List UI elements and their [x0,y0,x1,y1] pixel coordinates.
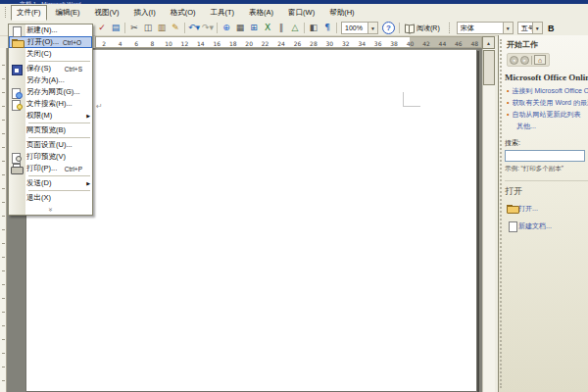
ruler-number: 26 [289,40,305,47]
tables-and-borders-icon[interactable]: ▦ [233,22,247,34]
file-menu-item[interactable]: 页面设置(U)... ▶ [9,139,92,151]
insert-excel-worksheet-icon[interactable]: X [261,22,274,34]
file-menu-item[interactable]: 文件搜索(H)... ▶ [9,98,92,110]
font-size-value: 五号 [518,24,532,33]
task-pane-title: 开始工作 [507,39,588,50]
search-input[interactable] [505,150,585,162]
read-mode-button[interactable]: 阅读(R) [402,22,443,34]
file-menu-item[interactable]: 网页预览(B) ▶ [9,124,92,136]
vertical-scrollbar[interactable] [482,49,495,392]
research-icon[interactable]: ▤ [109,22,122,34]
task-pane-link[interactable]: 连接到 Microsoft Office Online [512,87,588,95]
font-size-combo[interactable]: 五号 ▼ [517,22,543,34]
file-menu-item[interactable]: 保存(S) Ctrl+S ▶ [9,63,92,74]
new-document-link-row[interactable]: 新建文档... [505,220,588,231]
file-menu-item[interactable]: 新建(N)... ▶ [9,24,92,36]
home-icon[interactable]: ⌂ [534,55,546,65]
format-painter-icon[interactable]: ✎ [169,22,182,34]
bullet-icon: • [507,87,509,95]
ruler-number: 48 [466,40,482,47]
ruler-numbers: 2468101214161820222426283032343638404244… [96,37,482,48]
menu-item-shortcut: Ctrl+S [65,66,82,73]
file-menu-item[interactable]: 权限(M) ▶ [9,110,92,122]
getting-started-task-pane: 开始工作 ◄ ► ⌂ Microsoft Office Online • 连接到… [498,35,588,392]
file-menu-item[interactable]: 发送(D) ▶ [9,177,92,189]
scrollbar-thumb[interactable] [483,50,495,85]
menubar-grip[interactable] [5,7,8,18]
ruler-number: 20 [241,40,257,47]
insert-hyperlink-icon[interactable]: ⊕ [220,22,233,34]
more-link[interactable]: 其他... [516,122,588,130]
chevron-down-icon[interactable]: ▼ [503,23,513,33]
menubar-item[interactable]: 文件(F) [11,5,47,21]
back-icon[interactable]: ◄ [510,56,518,65]
menu-icon-slot [9,140,24,151]
ruler-number: 44 [434,40,450,47]
zoom-combo[interactable]: 100% ▼ [341,22,378,34]
menu-item-label: 打印预览(V) [26,152,66,162]
menubar-item[interactable]: 格式(O) [165,5,202,21]
ruler-number: 12 [176,40,192,47]
menu-item-label: 新建(N)... [26,25,58,35]
show-hide-marks-icon[interactable]: ¶ [320,22,334,34]
document-map-icon[interactable]: ◧ [307,22,320,34]
ruler-number: 4 [112,40,127,47]
file-menu-item[interactable]: 打印(P)... Ctrl+P ▶ [9,163,92,174]
menu-expand-chevron[interactable]: » [9,204,92,214]
help-icon[interactable]: ? [382,22,395,34]
menu-icon-slot [9,75,24,86]
menu-item-shortcut: Ctrl+P [65,166,82,172]
menu-item-shortcut: Ctrl+O [63,39,81,46]
columns-icon[interactable]: ‖ [274,22,288,34]
menubar-item[interactable]: 视图(V) [89,5,125,21]
open-folder-icon [10,37,24,48]
cut-icon[interactable]: ✂ [127,22,141,34]
font-name-combo[interactable]: 宋体 ▼ [457,22,514,34]
bold-button[interactable]: B [545,22,558,34]
task-pane-link[interactable]: 自动从网站更新此列表 [512,111,580,119]
file-menu-item[interactable]: 打印预览(V) ▶ [9,151,92,163]
chevron-down-icon[interactable]: ▼ [368,23,377,33]
new-document-link[interactable]: 新建文档... [518,221,552,231]
redo-icon[interactable]: ↷▾ [201,22,215,34]
open-link[interactable]: 打开... [518,204,538,214]
menubar-item[interactable]: 编辑(E) [50,5,86,21]
ruler-number: 18 [225,40,241,47]
file-menu-item[interactable]: 退出(X) ▶ [9,192,92,204]
open-link-row[interactable]: 打开... [505,203,588,214]
toolbar-separator[interactable] [334,22,339,34]
chevron-down-icon[interactable]: ▼ [532,23,542,33]
file-menu-item[interactable]: 关闭(C) ▶ [9,48,92,60]
menubar-item[interactable]: 插入(I) [128,5,162,21]
task-pane-link[interactable]: 获取有关使用 Word 的最新新闻 [512,99,588,107]
file-menu-item[interactable]: 打开(O)... Ctrl+O ▶ [9,36,92,48]
toolbar-separator[interactable] [215,22,220,34]
menu-icon-slot [9,49,24,60]
menubar-item[interactable]: 表格(A) [243,5,279,21]
scroll-up-button[interactable]: ▲ [482,36,495,49]
ruler-number: 30 [321,40,337,47]
ruler-number: 46 [451,40,466,47]
menubar-item[interactable]: 窗口(W) [282,5,320,21]
document-page[interactable]: ↵ [25,49,477,392]
undo-icon[interactable]: ↶▾ [187,22,201,34]
paste-icon[interactable]: ▥ [155,22,169,34]
toolbar-separator[interactable] [182,22,187,34]
formatting-toolbar-grip[interactable] [449,23,452,33]
drawing-icon[interactable]: △ [288,22,302,34]
file-menu-item[interactable]: 另存为(A)... ▶ [9,74,92,86]
menubar-item[interactable]: 帮助(H) [323,5,360,21]
toolbar-separator[interactable] [302,22,307,34]
open-section-title: 打开 [505,185,588,198]
file-menu-item[interactable]: 另存为网页(G)... ▶ [9,86,92,98]
submenu-arrow-icon: ▶ [86,113,90,119]
copy-icon[interactable]: ◫ [141,22,155,34]
menu-item-label: 页面设置(U)... [26,140,73,150]
word-window: 文档 1 - Microsoft Word 文件(F) 编辑(E) 视图(V) … [0,0,588,392]
list-item: • 自动从网站更新此列表 [507,111,588,119]
toolbar-separator[interactable] [122,22,127,34]
forward-icon[interactable]: ► [520,56,529,65]
menubar-item[interactable]: 工具(T) [205,5,241,21]
spelling-check-icon[interactable]: ✓ [95,22,109,34]
insert-table-icon[interactable]: ⊞ [247,22,261,34]
